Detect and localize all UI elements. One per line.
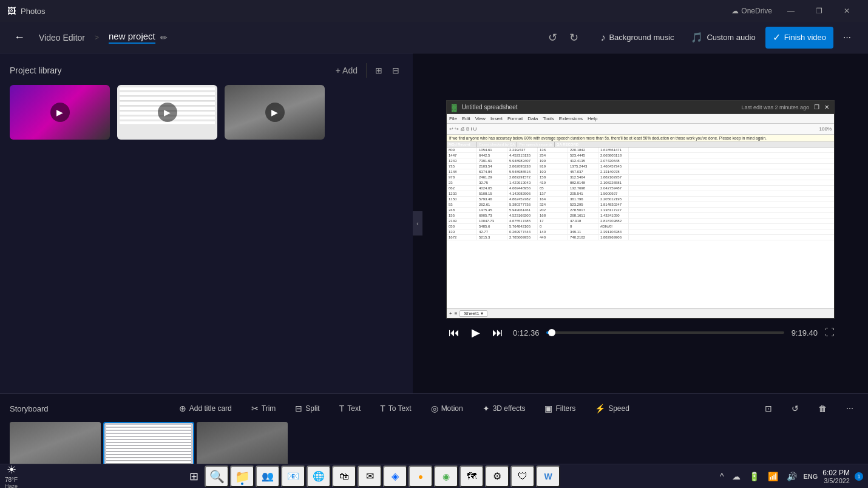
grid-view-1-button[interactable]: ⊞ xyxy=(371,63,386,78)
crop-button[interactable]: ⊡ xyxy=(760,401,777,416)
grid-view-2-button[interactable]: ⊟ xyxy=(388,63,403,78)
taskbar-right: ^ ☁ 🔋 📶 🔊 ENG 6:02 PM 3/5/2022 1 xyxy=(717,469,863,484)
settings-app[interactable]: ⚙ xyxy=(485,466,509,487)
language-indicator: ENG xyxy=(803,473,818,480)
separator xyxy=(366,63,367,78)
main-content: Project library + Add ⊞ ⊟ ▶ ▶ xyxy=(0,53,868,393)
network-icon[interactable]: 📶 xyxy=(765,470,781,483)
speed-icon: ⚡ xyxy=(595,404,605,413)
rotate-button[interactable]: ↺ xyxy=(787,401,804,416)
dropbox-app[interactable]: ◈ xyxy=(383,466,407,487)
onedrive-icon: ☁ xyxy=(731,7,739,15)
ss-data-row: 11486374.845.548986516193457.0372.131409… xyxy=(447,169,834,175)
finish-video-button[interactable]: ✓ Finish video xyxy=(765,27,833,49)
split-button[interactable]: ⊟ Split xyxy=(290,401,324,416)
weather-icon: ☀ xyxy=(7,463,16,476)
toolbar-actions: ♪ Background music 🎵 Custom audio ✓ Fini… xyxy=(593,27,858,49)
undo-button[interactable]: ↺ xyxy=(543,29,562,47)
sheet-tab-1[interactable]: Sheet1 ▾ xyxy=(459,310,487,317)
skip-forward-button[interactable]: ⏭ xyxy=(490,324,506,342)
custom-audio-button[interactable]: 🎵 Custom audio xyxy=(683,27,762,49)
teams-app[interactable]: 👥 xyxy=(256,466,280,487)
left-panel: Project library + Add ⊞ ⊟ ▶ ▶ xyxy=(0,53,413,393)
back-button[interactable]: ← xyxy=(10,28,29,47)
trim-icon: ✂ xyxy=(251,404,259,413)
progress-container[interactable] xyxy=(546,331,784,334)
mail2-app[interactable]: ✉ xyxy=(358,466,382,487)
video-controls: ⏮ ▶ ⏭ 0:12.36 9:19.40 ⛶ xyxy=(446,319,835,347)
ss-data-row: 1556905.734.523168200168268.16111.432410… xyxy=(447,213,834,219)
collapse-panel-button[interactable]: ‹ xyxy=(413,211,422,236)
excel-icon: ▓ xyxy=(452,103,457,112)
battery-icon[interactable]: 🔋 xyxy=(747,470,762,483)
fullscreen-button[interactable]: ⛶ xyxy=(825,327,835,338)
3d-effects-button[interactable]: ✦ 3D effects xyxy=(478,401,531,416)
to-text-icon: T xyxy=(380,404,385,413)
app2[interactable]: ◉ xyxy=(434,466,458,487)
motion-button[interactable]: ◎ Motion xyxy=(426,401,468,416)
edge-app[interactable]: 🌐 xyxy=(307,466,331,487)
title-bar-left: 🖼 Photos ☁ OneDrive xyxy=(7,6,772,16)
media-item[interactable]: ▶ xyxy=(225,85,325,140)
text-button[interactable]: T Text xyxy=(334,401,366,416)
library-header: Project library + Add ⊞ ⊟ xyxy=(10,63,403,78)
mail-app[interactable]: 📧 xyxy=(281,466,305,487)
project-title[interactable]: new project xyxy=(109,31,155,44)
add-title-card-icon: ⊕ xyxy=(179,404,186,413)
notification-badge[interactable]: 1 xyxy=(855,472,863,481)
maximize-button[interactable]: ❐ xyxy=(805,0,833,22)
show-hidden-icons[interactable]: ^ xyxy=(717,470,727,483)
close-button[interactable]: ✕ xyxy=(833,0,861,22)
ss-sheet-tabs: + ≡ Sheet1 ▾ xyxy=(447,308,834,318)
volume-icon[interactable]: 🔊 xyxy=(784,470,799,483)
title-bar: 🖼 Photos ☁ OneDrive — ❐ ✕ xyxy=(0,0,868,22)
more-options-button[interactable]: ⋯ xyxy=(836,27,858,49)
bg-music-button[interactable]: ♪ Background music xyxy=(593,27,681,49)
shield-app[interactable]: 🛡 xyxy=(510,466,535,487)
audio-icon: 🎵 xyxy=(691,32,703,43)
taskbar-left: ☀ 78°F Haze xyxy=(5,463,22,488)
ss-data-row: 2332.751.423913043419882.91482.108226581 xyxy=(447,180,834,186)
maps-app[interactable]: 🗺 xyxy=(459,466,484,487)
to-text-button[interactable]: T To Text xyxy=(375,401,416,416)
taskbar-time[interactable]: 6:02 PM 3/5/2022 xyxy=(822,469,850,484)
progress-handle[interactable] xyxy=(548,329,555,336)
edit-title-icon[interactable]: ✏ xyxy=(160,33,168,42)
minimize-button[interactable]: — xyxy=(777,0,805,22)
project-title-container: new project ✏ xyxy=(109,31,168,44)
speed-button[interactable]: ⚡ Speed xyxy=(590,401,634,416)
search-app[interactable]: 🔍 xyxy=(205,466,229,487)
play-overlay: ▶ xyxy=(50,103,70,122)
ss-restore: ❐ xyxy=(814,104,819,110)
file-explorer-app[interactable]: 📁 xyxy=(230,466,254,487)
add-media-button[interactable]: + Add xyxy=(332,63,361,78)
media-item[interactable]: ▶ xyxy=(10,85,110,140)
media-item[interactable]: ▶ xyxy=(117,85,217,140)
word-app[interactable]: W xyxy=(536,466,560,487)
store-app[interactable]: 🛍 xyxy=(332,466,356,487)
more-storyboard-button[interactable]: ⋯ xyxy=(841,402,858,415)
ss-note: If we find anyone who has accuracy below… xyxy=(447,135,834,142)
ss-data-row: 16725215.32.785009955440740.21021.882969… xyxy=(447,235,834,240)
spreadsheet-display: ▓ Untitled spreadsheet Last edit was 2 m… xyxy=(447,101,834,318)
trim-button[interactable]: ✂ Trim xyxy=(246,401,281,416)
onedrive-tray[interactable]: ☁ xyxy=(730,470,743,483)
filters-button[interactable]: ▣ Filters xyxy=(540,401,580,416)
progress-bar[interactable] xyxy=(546,331,784,334)
skip-back-button[interactable]: ⏮ xyxy=(446,324,462,342)
weather-widget[interactable]: ☀ 78°F Haze xyxy=(5,463,18,488)
start-button[interactable]: ⊞ xyxy=(185,466,203,487)
delete-button[interactable]: 🗑 xyxy=(813,401,832,416)
weather-desc: Haze xyxy=(5,483,18,488)
ss-col-headers: MOd Record Cases checked by QA Per speec… xyxy=(447,142,834,147)
ss-data-row: 0505485.65.76484210500#DIV/0! xyxy=(447,224,834,229)
app1[interactable]: ● xyxy=(409,466,433,487)
title-bar-app-name: Photos xyxy=(21,7,45,16)
storyboard-title: Storyboard xyxy=(10,404,49,413)
add-title-card-button[interactable]: ⊕ Add title card xyxy=(174,401,237,416)
play-button[interactable]: ▶ xyxy=(469,324,483,342)
taskbar-apps: ⊞ 🔍 📁 👥 📧 🌐 🛍 ✉ ◈ ● ◉ 🗺 ⚙ 🛡 W xyxy=(30,466,715,487)
redo-button[interactable]: ↻ xyxy=(565,29,583,47)
system-tray: ^ ☁ 🔋 📶 🔊 ENG xyxy=(717,470,818,483)
last-edit: Last edit was 2 minutes ago xyxy=(741,104,809,110)
